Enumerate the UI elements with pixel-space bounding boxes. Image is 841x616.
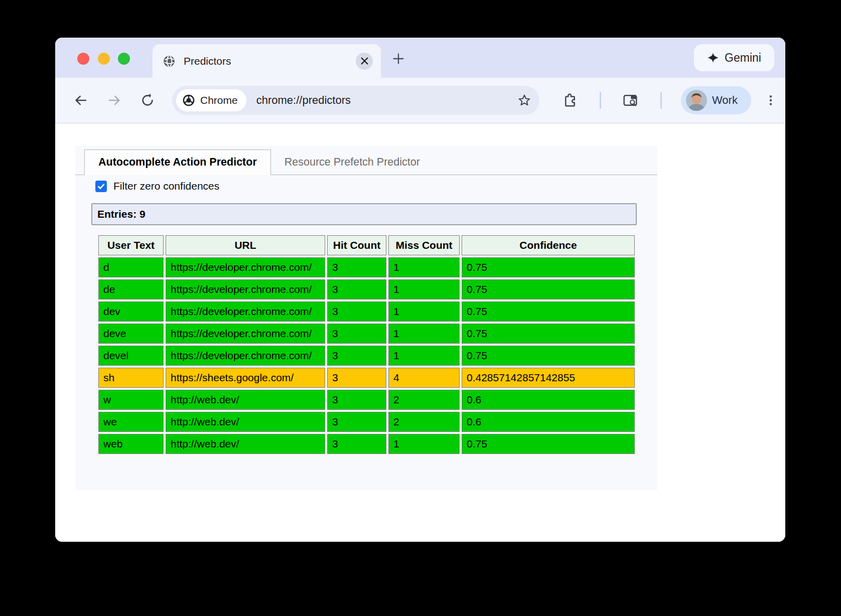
table-row: shhttps://sheets.google.com/340.42857142… [98,368,635,388]
predictor-tab-bar: Autocomplete Action Predictor Resource P… [75,146,657,175]
cell-url: https://developer.chrome.com/ [166,324,325,344]
cell-miss: 2 [388,390,460,410]
cell-hit: 3 [327,301,386,322]
cell-user_text: w [98,390,164,410]
gemini-button[interactable]: Gemini [694,44,774,71]
tab-title: Predictors [184,55,356,67]
url-text[interactable]: chrome://predictors [256,94,517,107]
table-row: develhttps://developer.chrome.com/310.75 [98,346,635,366]
cell-url: https://developer.chrome.com/ [166,346,325,366]
cell-hit: 3 [327,324,386,344]
new-tab-button[interactable] [390,51,406,67]
cell-confidence: 0.42857142857142855 [462,368,635,388]
profile-button[interactable]: Work [681,86,751,114]
forward-button[interactable] [106,93,123,108]
reload-button[interactable] [139,93,156,108]
cell-url: http://web.dev/ [166,434,325,454]
cell-hit: 3 [327,434,386,454]
cell-miss: 1 [388,324,460,344]
close-window-button[interactable] [77,53,89,65]
bookmark-button[interactable] [517,93,531,107]
toolbar-divider [600,92,601,109]
cell-url: https://developer.chrome.com/ [166,257,325,277]
address-bar[interactable]: Chrome chrome://predictors [172,86,539,115]
navigation-bar: Chrome chrome://predictors [55,78,785,123]
cell-user_text: d [98,257,164,277]
cell-user_text: dev [98,301,164,322]
avatar [686,90,707,111]
minimize-window-button[interactable] [98,53,110,65]
entries-count: Entries: 9 [91,203,637,225]
filter-label[interactable]: Filter zero confidences [113,180,219,192]
cell-miss: 2 [388,412,460,432]
extensions-button[interactable] [563,93,578,108]
site-chip[interactable]: Chrome [176,89,246,111]
gemini-label: Gemini [725,51,761,65]
cell-hit: 3 [327,390,386,410]
kebab-menu-icon [764,93,777,107]
cell-hit: 3 [327,346,386,366]
cell-user_text: deve [98,324,164,344]
table-row: dhttps://developer.chrome.com/310.75 [98,257,635,277]
cell-user_text: devel [98,346,164,366]
cell-url: https://developer.chrome.com/ [166,301,325,322]
filter-zero-confidences-checkbox[interactable] [95,181,107,192]
tab-search-icon [622,93,638,108]
table-row: devhttps://developer.chrome.com/310.75 [98,301,635,322]
tab-autocomplete-action-predictor[interactable]: Autocomplete Action Predictor [84,149,271,175]
site-chip-label: Chrome [200,94,238,106]
chrome-logo-icon [182,94,195,107]
column-header: Hit Count [327,235,386,255]
predictor-table-body: dhttps://developer.chrome.com/310.75deht… [98,257,635,454]
bookmark-star-icon [517,93,531,107]
profile-label: Work [712,94,738,107]
column-header: Miss Count [388,235,460,255]
cell-miss: 1 [388,257,460,277]
tab-resource-prefetch-predictor[interactable]: Resource Prefetch Predictor [271,150,434,175]
close-icon [360,57,369,65]
table-row: dehttps://developer.chrome.com/310.75 [98,279,635,299]
cell-miss: 1 [388,346,460,366]
page-content: Autocomplete Action Predictor Resource P… [55,123,785,542]
cell-confidence: 0.75 [462,346,635,366]
back-button[interactable] [72,93,89,108]
table-row: whttp://web.dev/320.6 [98,390,635,410]
cell-url: http://web.dev/ [166,390,325,410]
close-tab-button[interactable] [356,53,373,70]
cell-hit: 3 [327,257,386,277]
table-row: webhttp://web.dev/310.75 [98,434,635,454]
tab-strip: Predictors Gemini [55,38,785,78]
maximize-window-button[interactable] [118,53,130,65]
cell-user_text: sh [98,368,164,388]
cell-url: https://developer.chrome.com/ [166,279,325,299]
globe-favicon-icon [163,55,176,68]
reload-icon [140,93,155,108]
cell-confidence: 0.6 [462,412,635,432]
predictor-table: User TextURLHit CountMiss CountConfidenc… [96,233,637,456]
table-row: wehttp://web.dev/320.6 [98,412,635,432]
cell-confidence: 0.75 [462,279,635,299]
column-header: Confidence [462,235,635,255]
tab-search-button[interactable] [622,93,638,108]
back-icon [73,93,88,108]
extensions-puzzle-icon [563,93,578,108]
cell-miss: 1 [388,434,460,454]
table-row: devehttps://developer.chrome.com/310.75 [98,324,635,344]
cell-miss: 1 [388,279,460,299]
cell-confidence: 0.75 [462,301,635,322]
table-header-row: User TextURLHit CountMiss CountConfidenc… [98,235,635,255]
filter-row: Filter zero confidences [95,180,657,192]
browser-tab-predictors[interactable]: Predictors [153,44,381,78]
cell-hit: 3 [327,368,386,388]
browser-menu-button[interactable] [764,93,777,107]
checkmark-icon [97,182,105,191]
column-header: User Text [98,235,164,255]
cell-url: https://sheets.google.com/ [166,368,325,388]
cell-url: http://web.dev/ [166,412,325,432]
sparkle-icon [707,52,719,64]
browser-window: Predictors Gemini [55,38,785,542]
cell-hit: 3 [327,279,386,299]
forward-icon [107,93,122,108]
predictors-panel: Autocomplete Action Predictor Resource P… [75,146,657,490]
cell-user_text: we [98,412,164,432]
